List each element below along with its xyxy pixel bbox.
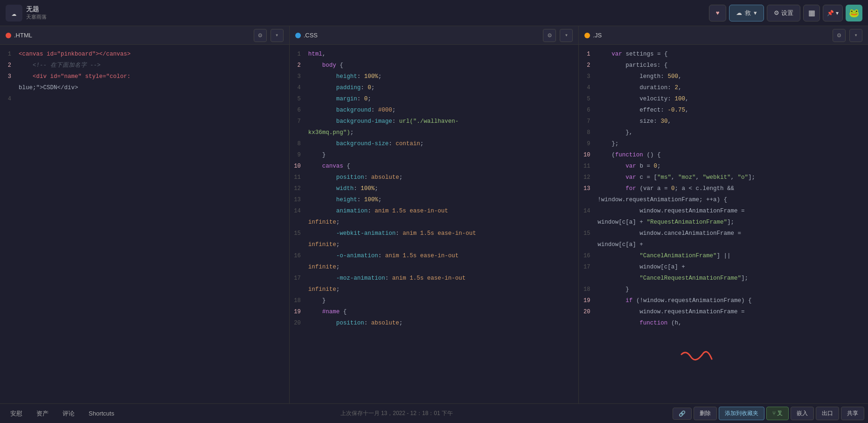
token: canvas: [322, 163, 343, 169]
line-code: var settings = {: [597, 49, 868, 59]
line-code: velocity: 100,: [597, 94, 868, 104]
token: anim 1.5s ease-in-out: [392, 275, 466, 282]
panel-chevron-html[interactable]: ▾: [271, 29, 284, 42]
token: [597, 275, 639, 282]
code-content-css[interactable]: 1html,2 body {3 height: 100%;4 padding: …: [290, 45, 579, 403]
heart-button[interactable]: ♥: [709, 5, 727, 21]
line-code: html,: [308, 49, 579, 59]
bottom-tab-资产[interactable]: 资产: [30, 407, 55, 421]
token: [597, 297, 625, 304]
line-number: 12: [290, 183, 308, 194]
token: "webkit": [702, 174, 730, 181]
line-code: window[c[a] + "RequestAnimationFrame"];: [597, 217, 868, 227]
action-add-fav[interactable]: 添加到收藏夹: [719, 407, 764, 420]
line-code: }: [308, 296, 579, 306]
line-number: 7: [290, 116, 308, 127]
token: !window.requestAnimationFrame; ++a) {: [597, 197, 727, 203]
token: };: [597, 141, 618, 147]
token: ;: [378, 73, 382, 80]
token: infinite: [308, 286, 336, 293]
line-number: 1: [290, 49, 308, 59]
token: ,: [671, 174, 678, 181]
tab-label-js: .JS: [593, 32, 602, 39]
panel-gear-html[interactable]: ⚙: [254, 29, 267, 42]
line-code: #name {: [308, 307, 579, 317]
panel-tab-css[interactable]: .CSS: [295, 32, 318, 39]
code-line: 9 };: [579, 138, 868, 149]
code-line: 1html,: [290, 49, 579, 60]
token: ;: [336, 241, 340, 248]
bottom-tab-shortcuts[interactable]: Shortcuts: [82, 407, 121, 420]
code-content-html[interactable]: 1<canvas id="pinkboard"></canvas>2 <!-- …: [0, 45, 289, 403]
action-fork[interactable]: ⑂ 叉: [766, 407, 789, 420]
line-code: padding: 0;: [308, 83, 579, 93]
token: ];: [727, 219, 734, 226]
token: window[c[a] +: [597, 241, 643, 248]
line-number: 6: [290, 105, 308, 115]
line-code: canvas {: [308, 161, 579, 171]
line-code: -o-animation: anim 1.5s ease-in-out: [308, 251, 579, 261]
token: anim 1.5s ease-in-out: [385, 253, 459, 259]
code-content-js[interactable]: 1 var settings = {2 particles: {3 length…: [579, 45, 868, 403]
code-line: 13 height: 100%;: [290, 194, 579, 205]
token: ,: [678, 73, 682, 80]
pin-dropdown[interactable]: 📌 ▾: [823, 5, 843, 21]
code-line: 2 body {: [290, 60, 579, 71]
panel-tab-html[interactable]: .HTML: [6, 32, 32, 39]
token: [597, 185, 625, 192]
action-export[interactable]: 出口: [816, 407, 839, 420]
action-share-link[interactable]: 🔗: [673, 408, 692, 420]
avatar-button[interactable]: 🐸: [846, 5, 862, 21]
panel-gear-js[interactable]: ⚙: [833, 29, 846, 42]
code-line: 15 -webkit-animation: anim 1.5s ease-in-…: [290, 228, 579, 239]
save-label: 救: [745, 9, 751, 17]
panel-tab-js[interactable]: .JS: [584, 32, 602, 39]
line-code: function (h,: [597, 318, 868, 328]
line-number: 2: [290, 60, 308, 70]
save-button[interactable]: ☁ 救 ▾: [729, 5, 764, 21]
token: window.requestAnimationFrame =: [597, 309, 744, 315]
token: absolute: [371, 174, 399, 181]
line-number: 4: [290, 83, 308, 93]
panel-chevron-css[interactable]: ▾: [560, 29, 573, 42]
editor-area-wrapper: .HTML⚙▾1<canvas id="pinkboard"></canvas>…: [0, 26, 868, 403]
settings-button[interactable]: ⚙ 设置: [767, 5, 800, 21]
token: 100%: [364, 73, 378, 80]
token: }: [308, 152, 326, 158]
token: absolute: [371, 320, 399, 326]
token: ;: [336, 286, 340, 293]
code-line: 10 (function () {: [579, 149, 868, 161]
token: "ms": [657, 174, 671, 181]
line-code: background: #000;: [308, 105, 579, 115]
panel-gear-css[interactable]: ⚙: [543, 29, 556, 42]
panel-chevron-js[interactable]: ▾: [849, 29, 862, 42]
save-dropdown-icon: ▾: [754, 9, 757, 16]
line-number: 8: [290, 139, 308, 149]
action-embed[interactable]: 嵌入: [791, 407, 814, 420]
line-code: blue;">CSDN</div>: [19, 83, 289, 93]
token: ;: [375, 185, 378, 192]
action-share[interactable]: 共享: [841, 407, 864, 420]
bottom-tab-评论[interactable]: 评论: [56, 407, 81, 421]
line-number: 19: [579, 296, 597, 306]
token: {: [336, 62, 343, 69]
code-line: 20 window.requestAnimationFrame =: [579, 306, 868, 317]
code-line: 2 <!-- 在下面加名字 -->: [0, 60, 289, 71]
token: :: [389, 141, 396, 147]
bottom-tab-安慰[interactable]: 安慰: [4, 407, 29, 421]
line-code: background-size: contain;: [308, 139, 579, 149]
code-line: 6 effect: -0.75,: [579, 105, 868, 116]
action-delete[interactable]: 删除: [694, 407, 717, 420]
line-code: }: [597, 284, 868, 295]
line-code: },: [597, 127, 868, 138]
grid-button[interactable]: ▦: [803, 5, 820, 21]
token: velocity:: [597, 96, 674, 102]
token: padding: [308, 85, 361, 91]
logo-text: 无题 天塞雨落: [26, 5, 47, 21]
token: [597, 163, 625, 169]
line-code: if (!window.requestAnimationFrame) {: [597, 296, 868, 306]
token: () {: [643, 152, 661, 158]
line-code: <canvas id="pinkboard"></canvas>: [19, 49, 289, 59]
line-number: 18: [579, 284, 597, 295]
pin-icon: 📌: [827, 10, 834, 16]
